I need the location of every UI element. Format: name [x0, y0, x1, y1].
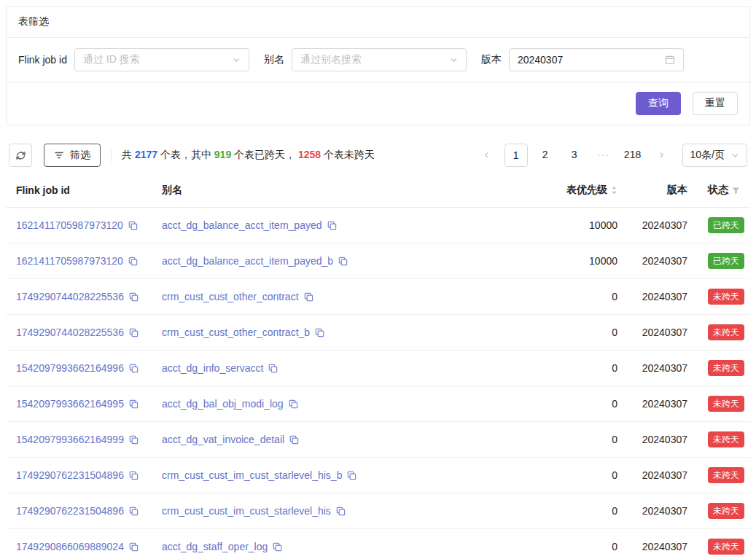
filter-icon	[54, 150, 64, 160]
refresh-button[interactable]	[9, 144, 32, 167]
priority-cell: 0	[540, 458, 628, 493]
job-id-select[interactable]: 通过 ID 搜索	[74, 48, 249, 71]
pagination-page-2[interactable]: 2	[534, 144, 557, 167]
version-cell: 20240307	[628, 243, 698, 279]
version-cell: 20240307	[628, 422, 698, 458]
copy-icon[interactable]	[273, 542, 282, 552]
copy-icon[interactable]	[129, 364, 139, 373]
status-badge: 未跨天	[708, 539, 744, 555]
alias-cell: crm_cust_cust_other_contract	[152, 279, 540, 315]
version-cell: 20240307	[628, 458, 698, 493]
copy-icon[interactable]	[129, 542, 139, 552]
query-button[interactable]: 查询	[636, 92, 681, 115]
alias-select[interactable]: 通过别名搜索	[292, 48, 467, 71]
alias-link[interactable]: acct_dg_info_servacct	[162, 362, 263, 374]
chevron-down-icon	[450, 56, 458, 64]
alias-link[interactable]: crm_cust_cust_other_contract_b	[162, 327, 310, 338]
copy-icon[interactable]	[347, 471, 356, 480]
priority-cell: 10000	[540, 243, 628, 279]
copy-icon[interactable]	[129, 435, 139, 445]
copy-icon[interactable]	[304, 292, 313, 302]
copy-icon[interactable]	[129, 471, 139, 480]
priority-cell: 0	[540, 493, 628, 529]
pagination-prev-icon[interactable]: ‹	[475, 144, 499, 167]
job-id-link[interactable]: 1749290762231504896	[16, 469, 124, 481]
status-cell: 未跨天	[698, 458, 750, 493]
tables-table: Flink job id 别名 表优先级 版本 状态	[6, 177, 750, 559]
pagination-page-1[interactable]: 1	[504, 144, 528, 167]
alias-link[interactable]: crm_cust_cust_im_cust_starlevel_his	[162, 505, 331, 517]
pagination-ellipsis[interactable]: ···	[592, 144, 615, 167]
job-id-link[interactable]: 1749290744028225536	[16, 327, 124, 338]
status-cell: 未跨天	[698, 529, 750, 559]
version-date-input[interactable]: 20240307	[509, 48, 684, 71]
pagination-page-3[interactable]: 3	[563, 144, 586, 167]
alias-cell: crm_cust_cust_im_cust_starlevel_his	[152, 493, 540, 529]
copy-icon[interactable]	[268, 364, 278, 373]
alias-link[interactable]: acct_dg_staff_oper_log	[162, 541, 268, 552]
job-id-field: Flink job id 通过 ID 搜索	[18, 48, 249, 71]
copy-icon[interactable]	[129, 328, 139, 337]
refresh-icon	[15, 150, 26, 161]
job-id-link[interactable]: 1749290744028225536	[16, 291, 124, 302]
alias-cell: acct_dg_staff_oper_log	[152, 529, 540, 559]
copy-icon[interactable]	[315, 328, 324, 337]
pagination-next-icon[interactable]: ›	[650, 144, 674, 167]
column-header-priority[interactable]: 表优先级	[540, 177, 628, 208]
alias-link[interactable]: crm_cust_cust_other_contract	[162, 291, 299, 302]
job-id-link[interactable]: 1749290762231504896	[16, 505, 124, 517]
copy-icon[interactable]	[338, 257, 348, 266]
column-header-status[interactable]: 状态	[698, 177, 750, 208]
status-badge: 未跨天	[708, 431, 744, 447]
alias-cell: crm_cust_cust_other_contract_b	[152, 315, 540, 351]
priority-cell: 0	[540, 529, 628, 559]
table-row: 1749290866069889024 acct_dg_staff_oper_l…	[6, 529, 750, 559]
copy-icon[interactable]	[128, 257, 138, 266]
table-row: 1621411705987973120 acct_dg_balance_acct…	[6, 243, 750, 279]
table-row: 1542097993662164995 acct_dg_bal_obj_modi…	[6, 386, 750, 422]
job-id-link[interactable]: 1542097993662164999	[16, 434, 124, 445]
reset-button[interactable]: 重置	[693, 92, 738, 115]
alias-placeholder: 通过别名搜索	[300, 53, 450, 66]
page-size-select[interactable]: 10条/页	[682, 144, 747, 167]
job-id-cell: 1749290744028225536	[6, 279, 152, 315]
copy-icon[interactable]	[327, 221, 337, 230]
alias-link[interactable]: acct_dg_vat_invoice_detail	[162, 434, 284, 445]
table-row: 1542097993662164996 acct_dg_info_servacc…	[6, 351, 750, 386]
status-cell: 未跨天	[698, 422, 750, 458]
job-id-link[interactable]: 1621411705987973120	[16, 255, 123, 267]
filter-row: Flink job id 通过 ID 搜索 别名 通过别名搜索	[7, 38, 749, 82]
job-id-link[interactable]: 1542097993662164996	[16, 362, 124, 374]
priority-cell: 0	[540, 422, 628, 458]
copy-icon[interactable]	[289, 399, 298, 409]
alias-link[interactable]: crm_cust_cust_im_cust_starlevel_his_b	[162, 469, 342, 481]
alias-link[interactable]: acct_dg_balance_acct_item_payed_b	[162, 255, 333, 267]
copy-icon[interactable]	[336, 507, 346, 516]
copy-icon[interactable]	[129, 292, 139, 302]
sort-icon[interactable]	[611, 185, 617, 195]
copy-icon[interactable]	[129, 399, 139, 409]
copy-icon[interactable]	[129, 507, 139, 516]
copy-icon[interactable]	[289, 435, 299, 445]
pagination-page-218[interactable]: 218	[621, 144, 644, 167]
version-value: 20240307	[518, 54, 665, 66]
alias-link[interactable]: acct_dg_bal_obj_modi_log	[162, 398, 284, 410]
job-id-cell: 1621411705987973120	[6, 243, 152, 279]
alias-link[interactable]: acct_dg_balance_acct_item_payed	[162, 219, 322, 231]
alias-cell: acct_dg_vat_invoice_detail	[152, 422, 540, 458]
priority-cell: 0	[540, 386, 628, 422]
filter-actions-row: 查询 重置	[7, 82, 749, 125]
status-badge: 未跨天	[708, 289, 744, 305]
filter-button[interactable]: 筛选	[44, 144, 101, 167]
job-id-link[interactable]: 1749290866069889024	[16, 541, 124, 552]
version-cell: 20240307	[628, 529, 698, 559]
divider	[111, 149, 112, 162]
priority-cell: 0	[540, 279, 628, 315]
version-cell: 20240307	[628, 279, 698, 315]
job-id-link[interactable]: 1542097993662164995	[16, 398, 124, 410]
status-cell: 未跨天	[698, 279, 750, 315]
page-size-label: 10条/页	[690, 149, 725, 162]
job-id-link[interactable]: 1621411705987973120	[16, 219, 123, 231]
filter-funnel-icon[interactable]	[732, 187, 740, 195]
copy-icon[interactable]	[128, 221, 138, 230]
